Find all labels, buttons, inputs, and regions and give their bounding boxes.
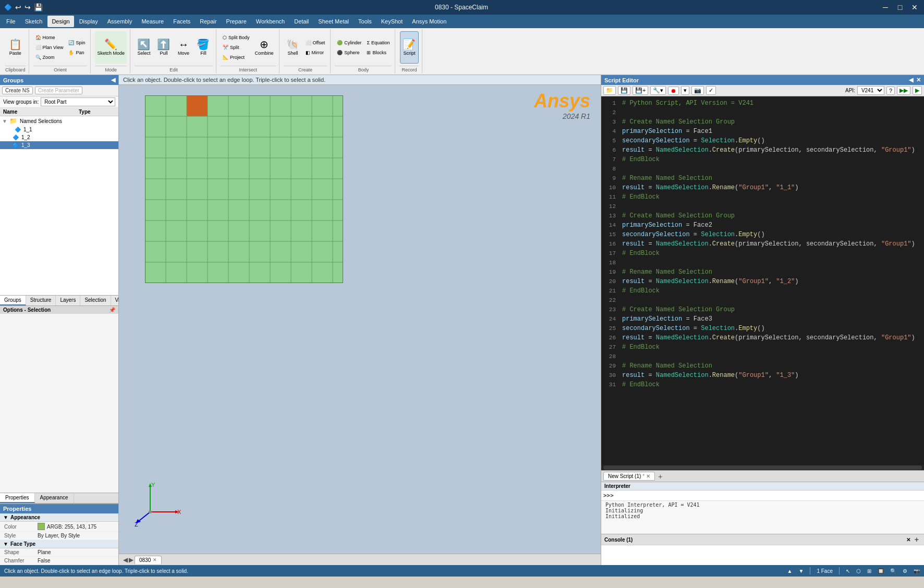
close-button[interactable]: ✕ (909, 2, 920, 13)
code-line[interactable]: 17# EndBlock (601, 249, 924, 258)
viewport-canvas[interactable]: Ansys 2024 R1 (119, 85, 601, 554)
capture-button[interactable]: 📷 (691, 86, 704, 95)
code-line[interactable]: 30result = NamedSelection.Rename("Group1… (601, 371, 924, 380)
code-line[interactable]: 13# Create Named Selection Group (601, 211, 924, 220)
zoom-button[interactable]: 🔍 Zoom (33, 53, 66, 62)
script-button[interactable]: 📝 Script (400, 31, 419, 64)
menu-item-display[interactable]: Display (75, 16, 102, 27)
code-line[interactable]: 22 (601, 296, 924, 305)
groups-collapse-icon[interactable]: ◀ (111, 77, 115, 83)
project-button[interactable]: 📐 Project (221, 53, 252, 62)
quick-access-redo[interactable]: ↪ (25, 3, 31, 11)
save-as-button[interactable]: 💾+ (633, 86, 648, 95)
script-dropdown-button[interactable]: 🔧▾ (650, 86, 666, 95)
api-version-select[interactable]: V241 V242 (857, 86, 884, 95)
code-area[interactable]: 1# Python Script, API Version = V2412 3#… (601, 96, 924, 465)
split-body-button[interactable]: ⬡ Split Body (221, 33, 252, 42)
color-swatch[interactable] (38, 523, 45, 530)
script-tab[interactable]: New Script (1) * ✕ (603, 472, 655, 481)
shell-button[interactable]: 🐚 Shell (284, 31, 302, 64)
tab-properties[interactable]: Properties (0, 493, 35, 503)
code-line[interactable]: 19# Rename Named Selection (601, 267, 924, 277)
save-script-button[interactable]: 💾 (618, 86, 630, 95)
vp-next-button[interactable]: ▶ (129, 556, 133, 564)
code-line[interactable]: 23# Create Named Selection Group (601, 305, 924, 314)
script-close-icon[interactable]: ✕ (916, 77, 921, 83)
menu-item-facets[interactable]: Facets (169, 16, 194, 27)
status-down-icon[interactable]: ▼ (799, 568, 804, 574)
status-settings-icon[interactable]: ⚙ (903, 568, 907, 574)
code-line[interactable]: 31# EndBlock (601, 380, 924, 389)
fill-button[interactable]: 🪣 Fill (194, 31, 213, 64)
quick-access-save[interactable]: 💾 (34, 3, 43, 11)
viewport-tab[interactable]: 0830 ✕ (135, 556, 162, 564)
minimize-button[interactable]: ─ (880, 2, 891, 13)
run-all-button[interactable]: ▶▶ (897, 86, 910, 95)
code-line[interactable]: 24primarySelection = Face3 (601, 314, 924, 324)
code-line[interactable]: 1# Python Script, API Version = V241 (601, 99, 924, 108)
appearance-section[interactable]: ▼ Appearance (0, 513, 118, 522)
code-line[interactable]: 2 (601, 108, 924, 117)
code-line[interactable]: 15secondarySelection = Selection.Empty() (601, 230, 924, 239)
create-ns-button[interactable]: Create NS (2, 87, 33, 94)
code-line[interactable]: 10result = NamedSelection.Rename("Group1… (601, 183, 924, 192)
code-horizontal-scrollbar[interactable] (601, 465, 924, 470)
menu-item-assembly[interactable]: Assembly (103, 16, 137, 27)
mirror-button[interactable]: ◧ Mirror (303, 48, 327, 57)
code-line[interactable]: 26result = NamedSelection.Create(primary… (601, 333, 924, 342)
vp-tab-close[interactable]: ✕ (153, 557, 157, 562)
menu-item-workbench[interactable]: Workbench (252, 16, 289, 27)
split-button[interactable]: ✂️ Split (221, 43, 252, 52)
view-groups-select[interactable]: Root Part (41, 97, 115, 106)
add-console-button[interactable]: + (913, 535, 921, 544)
status-up-icon[interactable]: ▲ (787, 568, 793, 574)
interpreter-input[interactable] (616, 492, 922, 499)
list-item[interactable]: ▼ 📁 Named Selections (0, 116, 118, 126)
code-line[interactable]: 12 (601, 202, 924, 211)
spin-button[interactable]: 🔄 Spin (66, 38, 87, 47)
select-button[interactable]: ↖️ Select (135, 31, 153, 64)
combine-button[interactable]: ⊕ Combine (252, 31, 275, 64)
menu-item-design[interactable]: Design (47, 16, 74, 27)
code-line[interactable]: 4primarySelection = Face1 (601, 127, 924, 136)
pull-button[interactable]: ⬆️ Pull (154, 31, 173, 64)
create-parameter-button[interactable]: Create Parameter (35, 87, 82, 94)
script-tab-close[interactable]: ✕ (646, 473, 650, 479)
menu-item-tools[interactable]: Tools (354, 16, 376, 27)
code-line[interactable]: 28 (601, 352, 924, 361)
list-item[interactable]: 🔷 1_1 (0, 126, 118, 133)
pan-button[interactable]: ✋ Pan (66, 48, 87, 57)
equation-button[interactable]: Σ Equation (364, 38, 392, 47)
code-line[interactable]: 20result = NamedSelection.Rename("Group1… (601, 277, 924, 286)
record-button[interactable]: ⏺ (668, 87, 679, 95)
code-line[interactable]: 21# EndBlock (601, 286, 924, 296)
code-line[interactable]: 29# Rename Named Selection (601, 361, 924, 371)
code-line[interactable]: 11# EndBlock (601, 192, 924, 202)
help-button[interactable]: ? (886, 87, 895, 95)
code-line[interactable]: 18 (601, 258, 924, 267)
vp-prev-button[interactable]: ◀ (123, 556, 128, 564)
menu-item-keyshot[interactable]: KeyShot (377, 16, 407, 27)
menu-item-sketch[interactable]: Sketch (21, 16, 47, 27)
code-line[interactable]: 7# EndBlock (601, 155, 924, 164)
menu-item-ansys-motion[interactable]: Ansys Motion (408, 16, 451, 27)
run-button[interactable]: ▶ (913, 86, 922, 95)
script-collapse-icon[interactable]: ◀ (909, 77, 913, 83)
move-button[interactable]: ↔️ Move (174, 31, 193, 64)
add-script-tab-button[interactable]: + (656, 472, 664, 481)
sketch-mode-button[interactable]: ✏️ Sketch Mode (95, 31, 127, 64)
code-line[interactable]: 25secondarySelection = Selection.Empty() (601, 324, 924, 333)
face-type-section[interactable]: ▼ Face Type (0, 540, 118, 548)
menu-item-prepare[interactable]: Prepare (222, 16, 251, 27)
home-button[interactable]: 🏠 Home (33, 33, 66, 42)
sphere-button[interactable]: ⚫ Sphere (335, 48, 363, 57)
code-line[interactable]: 3# Create Named Selection Group (601, 117, 924, 127)
list-item[interactable]: 🔷 1_3 (0, 141, 118, 149)
cylinder-button[interactable]: 🟢 Cylinder (335, 38, 363, 47)
code-line[interactable]: 16result = NamedSelection.Create(primary… (601, 239, 924, 249)
menu-item-sheet-metal[interactable]: Sheet Metal (314, 16, 353, 27)
open-folder-button[interactable]: 📁 (603, 86, 616, 95)
tab-groups[interactable]: Groups (0, 296, 26, 305)
tab-appearance[interactable]: Appearance (35, 493, 74, 503)
tab-layers[interactable]: Layers (56, 296, 80, 305)
